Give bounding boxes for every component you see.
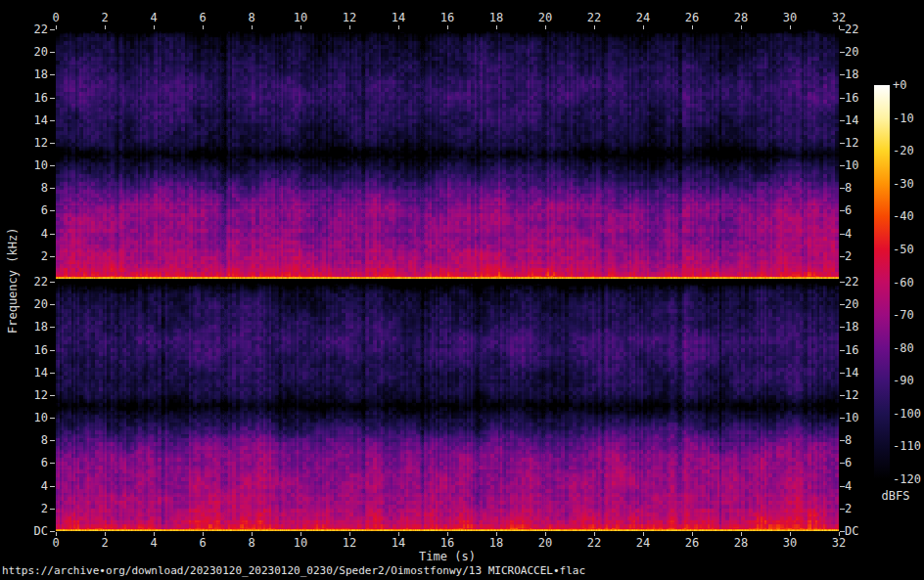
- frequency-tick-label: 2: [845, 249, 852, 263]
- frequency-tick-mark: [840, 282, 845, 283]
- frequency-tick-mark: [50, 29, 55, 30]
- frequency-tick-label: DC: [0, 524, 48, 538]
- frequency-tick-mark: [50, 373, 55, 374]
- time-tick-label: 18: [477, 11, 516, 24]
- frequency-tick-mark: [840, 234, 845, 235]
- time-tick-mark: [741, 532, 742, 536]
- frequency-tick-label: 10: [845, 158, 858, 172]
- colorbar: [874, 85, 890, 479]
- frequency-tick-label: 4: [0, 227, 48, 241]
- frequency-tick-mark: [50, 395, 55, 396]
- frequency-tick-label: 6: [0, 456, 48, 469]
- frequency-tick-label: 22: [845, 275, 858, 289]
- time-tick-mark: [203, 532, 204, 536]
- frequency-tick-label: 10: [0, 411, 48, 424]
- frequency-tick-label: 12: [845, 388, 858, 402]
- frequency-tick-label: 16: [845, 343, 858, 357]
- frequency-tick-mark: [50, 327, 55, 328]
- frequency-tick-label: 16: [0, 91, 48, 105]
- frequency-tick-label: 18: [845, 320, 858, 334]
- frequency-tick-mark: [840, 531, 845, 532]
- frequency-tick-label: 14: [0, 113, 48, 127]
- frequency-tick-label: 8: [845, 181, 852, 195]
- time-tick-mark: [594, 532, 595, 536]
- frequency-tick-label: 20: [845, 297, 858, 311]
- time-tick-label: 26: [672, 536, 712, 550]
- frequency-tick-mark: [50, 98, 55, 99]
- colorbar-tick-label: -120: [893, 472, 921, 486]
- time-tick-label: 30: [770, 11, 809, 24]
- frequency-tick-mark: [50, 350, 55, 351]
- frequency-tick-label: 8: [0, 433, 48, 447]
- frequency-tick-mark: [840, 165, 845, 166]
- frequency-tick-label: 18: [0, 67, 48, 81]
- frequency-tick-label: 20: [845, 45, 858, 59]
- time-tick-label: 26: [672, 11, 712, 24]
- frequency-tick-label: 14: [0, 366, 48, 379]
- frequency-tick-mark: [50, 531, 55, 532]
- colorbar-unit-label: dBFS: [874, 489, 917, 503]
- time-tick-label: 32: [819, 536, 858, 550]
- frequency-tick-mark: [840, 188, 845, 189]
- time-tick-label: 4: [134, 536, 173, 550]
- frequency-tick-mark: [50, 256, 55, 257]
- time-tick-label: 20: [526, 11, 565, 24]
- frequency-tick-mark: [840, 327, 845, 328]
- frequency-tick-label: 2: [845, 502, 852, 515]
- time-tick-label: 28: [721, 536, 761, 550]
- time-tick-label: 28: [721, 11, 761, 24]
- frequency-tick-label: 14: [845, 366, 858, 379]
- colorbar-tick-label: -60: [893, 276, 914, 290]
- time-tick-mark: [56, 532, 57, 536]
- frequency-tick-mark: [50, 418, 55, 419]
- frequency-tick-label: 20: [0, 45, 48, 59]
- frequency-tick-mark: [840, 418, 845, 419]
- time-tick-label: 18: [477, 536, 516, 550]
- frequency-tick-mark: [50, 52, 55, 53]
- time-tick-label: 12: [330, 11, 369, 24]
- frequency-tick-label: 20: [0, 297, 48, 311]
- frequency-tick-label: 10: [845, 411, 858, 424]
- frequency-tick-label: 6: [845, 203, 852, 217]
- time-tick-mark: [643, 532, 644, 536]
- time-tick-label: 8: [232, 11, 271, 24]
- frequency-tick-label: 10: [0, 158, 48, 172]
- frequency-tick-label: 16: [0, 343, 48, 357]
- time-tick-label: 2: [85, 536, 124, 550]
- time-tick-label: 20: [526, 536, 565, 550]
- frequency-tick-mark: [840, 509, 845, 510]
- colorbar-tick-label: -40: [893, 209, 914, 223]
- time-tick-label: 0: [36, 536, 75, 550]
- frequency-tick-mark: [50, 463, 55, 464]
- frequency-tick-mark: [840, 304, 845, 305]
- colorbar-tick-label: -10: [893, 112, 914, 125]
- colorbar-tick-label: -90: [893, 374, 914, 387]
- frequency-tick-label: 22: [0, 22, 48, 36]
- colorbar-tick-label: -20: [893, 144, 914, 157]
- frequency-tick-label: 6: [845, 456, 852, 469]
- time-tick-label: 8: [232, 536, 271, 550]
- spectrogram-window: Frequency (kHz) 024681012141618202224262…: [0, 0, 924, 580]
- frequency-tick-mark: [840, 98, 845, 99]
- frequency-tick-mark: [50, 165, 55, 166]
- time-tick-mark: [447, 532, 448, 536]
- time-tick-label: 24: [624, 11, 663, 24]
- frequency-tick-mark: [840, 256, 845, 257]
- file-url-text: https://archive•org/download/20230120_20…: [2, 564, 585, 577]
- time-tick-label: 14: [379, 11, 418, 24]
- frequency-tick-label: 18: [845, 67, 858, 81]
- frequency-tick-label: 12: [0, 136, 48, 150]
- time-tick-mark: [398, 532, 399, 536]
- time-tick-mark: [545, 532, 546, 536]
- time-tick-mark: [790, 532, 791, 536]
- time-tick-label: 10: [281, 11, 320, 24]
- frequency-tick-label: 14: [845, 113, 858, 127]
- frequency-tick-mark: [840, 350, 845, 351]
- frequency-tick-label: 2: [0, 249, 48, 263]
- frequency-tick-mark: [50, 74, 55, 75]
- time-tick-label: 10: [281, 536, 320, 550]
- time-tick-label: 6: [183, 536, 222, 550]
- spectrogram-channel-1: [56, 29, 839, 279]
- time-tick-mark: [496, 532, 497, 536]
- frequency-tick-mark: [840, 120, 845, 121]
